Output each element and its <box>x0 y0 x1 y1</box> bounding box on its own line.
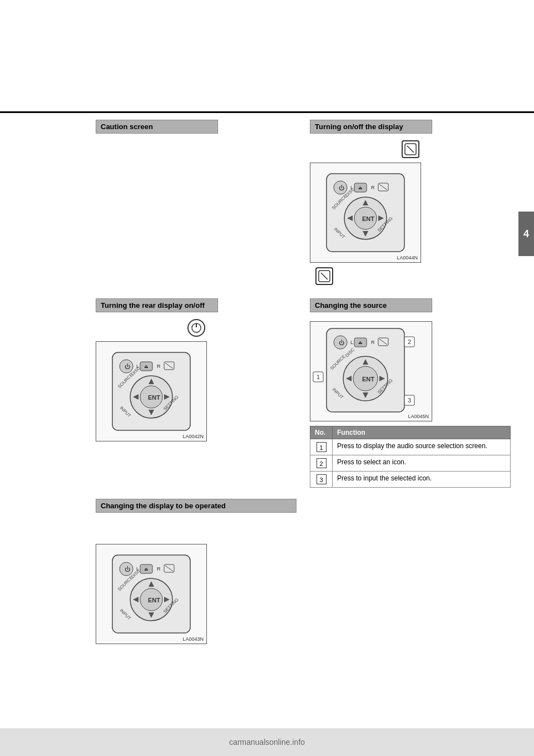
svg-text:R: R <box>371 340 375 345</box>
svg-text:ENT: ENT <box>362 376 374 382</box>
top-border <box>0 111 534 113</box>
power-icon-area <box>96 319 296 337</box>
caution-screen-text <box>96 140 296 150</box>
table-cell-func2: Press to select an icon. <box>333 455 511 472</box>
svg-line-23 <box>321 273 328 279</box>
diagram-label-changing: LA0043N <box>182 636 204 642</box>
function-table: No. Function 1 Press to display the audi… <box>310 426 511 488</box>
svg-text:R: R <box>157 364 161 369</box>
content-area: Caution screen Turning on/off the displa… <box>89 114 517 654</box>
diagram-label-source: LA0045N <box>408 414 429 419</box>
changing-source-diagram: ⏻ L ⏏ R ENT SOURCE DISC INPUT <box>310 321 432 421</box>
watermark-text: carmanualsonline.info <box>229 738 305 747</box>
svg-text:L: L <box>350 340 353 345</box>
table-row: 2 Press to select an icon. <box>310 455 511 472</box>
svg-text:⏏: ⏏ <box>358 185 363 190</box>
tab-number: 4 <box>523 228 529 240</box>
turning-rear-diagram: ⏻ L ⏏ R ENT SOURCE DISC INPUT <box>96 341 207 441</box>
svg-text:⏏: ⏏ <box>144 567 149 572</box>
turning-onoff-header: Turning on/off the display <box>310 120 432 134</box>
svg-text:ENT: ENT <box>148 597 160 603</box>
svg-text:R: R <box>371 185 375 190</box>
display-off-icon2-area <box>315 267 511 285</box>
svg-text:⏻: ⏻ <box>125 566 130 572</box>
svg-text:1: 1 <box>317 374 320 380</box>
table-row: 3 Press to input the selected icon. <box>310 472 511 488</box>
svg-text:ENT: ENT <box>362 215 374 222</box>
svg-text:3: 3 <box>408 397 411 404</box>
svg-text:⏻: ⏻ <box>125 364 130 370</box>
changing-display-text <box>96 517 296 527</box>
svg-text:⏻: ⏻ <box>339 340 344 346</box>
table-cell-no3: 3 <box>310 472 333 488</box>
diagram-label-onoff: LA0044N <box>397 255 418 261</box>
table-cell-no2: 2 <box>310 455 333 472</box>
svg-text:⏏: ⏏ <box>358 340 363 345</box>
changing-source-header: Changing the source <box>310 298 432 312</box>
watermark-bar: carmanualsonline.info <box>0 728 534 756</box>
chapter-tab: 4 <box>518 212 534 256</box>
display-off-icon2 <box>315 267 333 285</box>
svg-text:⏏: ⏏ <box>144 364 149 369</box>
display-off-icon-area <box>310 140 511 158</box>
display-off-icon <box>402 140 419 158</box>
turning-rear-header: Turning the rear display on/off <box>96 298 218 312</box>
table-col-no: No. <box>310 426 333 439</box>
table-row: 1 Press to display the audio source sele… <box>310 439 511 455</box>
table-cell-no1: 1 <box>310 439 333 455</box>
svg-text:R: R <box>157 566 161 572</box>
svg-text:2: 2 <box>408 338 411 345</box>
diagram-label-rear: LA0042N <box>182 434 204 439</box>
table-cell-func3: Press to input the selected icon. <box>333 472 511 488</box>
table-col-function: Function <box>333 426 511 439</box>
power-icon <box>187 319 205 337</box>
changing-display-header: Changing the display to be operated <box>96 499 296 513</box>
svg-text:ENT: ENT <box>148 394 160 401</box>
table-cell-func1: Press to display the audio source select… <box>333 439 511 455</box>
caution-screen-section: Caution screen <box>89 114 303 293</box>
caution-screen-header: Caution screen <box>96 120 218 134</box>
turning-rear-section: Turning the rear display on/off ⏻ L <box>89 293 303 493</box>
changing-display-diagram: ⏻ L ⏏ R ENT SOURCE DISC INPUT <box>96 544 207 644</box>
changing-display-section: Changing the display to be operated ⏻ L … <box>89 493 303 654</box>
page-container: 4 Caution screen Turning on/off the disp… <box>0 0 534 756</box>
changing-source-section: Changing the source ⏻ L ⏏ R ENT <box>303 293 517 493</box>
svg-text:⏻: ⏻ <box>339 185 344 191</box>
turning-onoff-diagram: ⏻ L ⏏ R ENT <box>310 163 421 263</box>
svg-line-1 <box>407 146 414 153</box>
turning-onoff-section: Turning on/off the display <box>303 114 517 293</box>
